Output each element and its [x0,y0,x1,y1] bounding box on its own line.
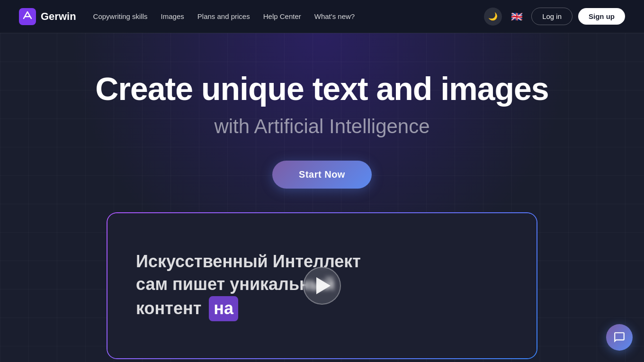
navbar-left: Gerwin Copywriting skills Images Plans a… [19,8,355,25]
flag-icon: 🇬🇧 [511,11,523,22]
nav-link-new[interactable]: What's new? [314,12,355,20]
hero-section: Create unique text and images with Artif… [0,33,644,362]
chat-bubble-button[interactable] [606,324,633,351]
nav-item-images[interactable]: Images [161,12,184,21]
nav-links: Copywriting skills Images Plans and pric… [93,12,355,21]
hero-subtitle: with Artificial Intelligence [214,115,429,138]
nav-link-copywriting[interactable]: Copywriting skills [93,12,148,20]
video-text-prefix: контент [136,299,201,318]
language-button[interactable]: 🇬🇧 [508,8,526,26]
nav-link-images[interactable]: Images [161,12,184,20]
logo[interactable]: Gerwin [19,8,76,25]
video-text-highlight: на [209,296,238,321]
nav-item-help[interactable]: Help Center [263,12,301,21]
hero-content: Create unique text and images with Artif… [95,33,548,189]
nav-item-copywriting[interactable]: Copywriting skills [93,12,148,21]
theme-toggle-button[interactable]: 🌙 [484,8,502,26]
nav-item-plans[interactable]: Plans and prices [197,12,250,21]
video-card: Искусственный Интеллект сам пишет уникал… [107,212,537,359]
video-inner: Искусственный Интеллект сам пишет уникал… [107,213,537,358]
navbar-right: 🌙 🇬🇧 Log in Sign up [484,8,625,26]
signup-button[interactable]: Sign up [578,8,625,25]
navbar: Gerwin Copywriting skills Images Plans a… [0,0,644,33]
nav-link-help[interactable]: Help Center [263,12,301,20]
nav-link-plans[interactable]: Plans and prices [197,12,250,20]
logo-icon [19,8,36,25]
logo-text: Gerwin [41,10,76,23]
start-now-button[interactable]: Start Now [272,161,372,189]
play-button[interactable] [303,267,341,305]
nav-item-new[interactable]: What's new? [314,12,355,21]
chat-icon [613,331,626,344]
hero-title: Create unique text and images [95,71,548,107]
moon-icon: 🌙 [488,12,498,21]
login-button[interactable]: Log in [531,8,572,25]
